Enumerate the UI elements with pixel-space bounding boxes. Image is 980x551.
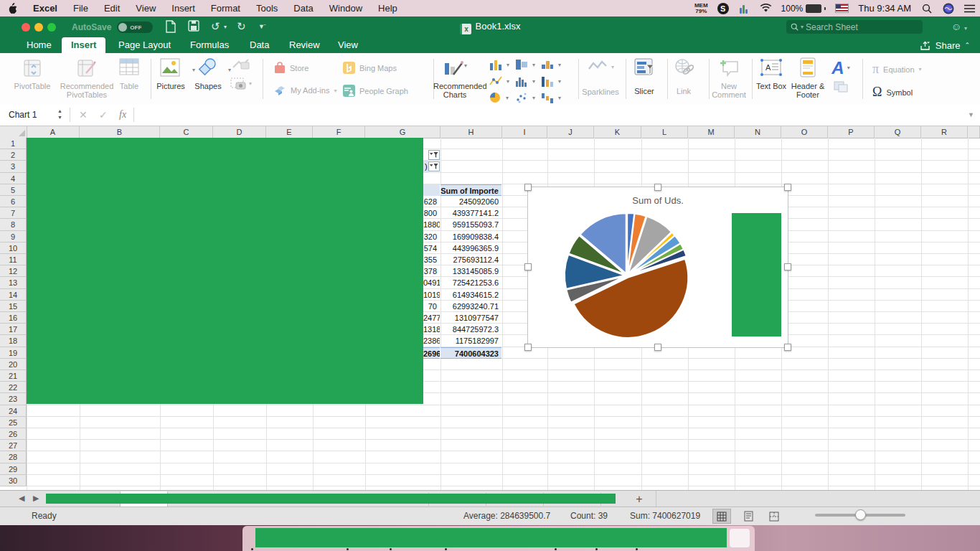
insert-histogram-chart-button[interactable]: ▾ [515, 75, 535, 87]
column-header-A[interactable]: A [27, 126, 80, 138]
tab-view[interactable]: View [329, 37, 367, 53]
row-header-8[interactable]: 8 [0, 219, 27, 230]
smartart-button[interactable]: ▾ [228, 57, 254, 92]
row-header-10[interactable]: 10 [0, 242, 27, 254]
insert-combo-chart-button[interactable]: ▾ [541, 75, 561, 87]
siri-icon[interactable] [942, 2, 954, 14]
pivot-filter-button[interactable] [428, 150, 440, 160]
chart-title[interactable]: Sum of Uds. [528, 195, 788, 206]
insert-waterfall-chart-button[interactable]: ▾ [541, 92, 561, 103]
row-header-12[interactable]: 12 [0, 265, 27, 277]
row-header-6[interactable]: 6 [0, 196, 27, 207]
row-header-21[interactable]: 21 [0, 370, 27, 382]
row-header-11[interactable]: 11 [0, 254, 27, 265]
row-header-22[interactable]: 22 [0, 382, 27, 393]
row-header-5[interactable]: 5 [0, 184, 27, 196]
pivot-row-label[interactable]: 0491 [423, 277, 440, 288]
istat-icon[interactable] [738, 2, 750, 14]
column-header-P[interactable]: P [828, 126, 875, 138]
pivot-row-label[interactable]: 2477 [423, 312, 440, 324]
pivot-row-label[interactable]: 1318 [423, 324, 440, 335]
feedback-smiley-icon[interactable]: ☺ ▾ [951, 21, 967, 32]
row-header-16[interactable]: 16 [0, 312, 27, 324]
formula-input[interactable] [136, 105, 966, 125]
insert-pie-chart-button[interactable]: ▾ [489, 92, 509, 103]
insert-line-chart-button[interactable]: ▾ [489, 75, 509, 87]
row-header-7[interactable]: 7 [0, 207, 27, 219]
pivot-row-label[interactable]: 574 [423, 242, 440, 254]
selection-handle[interactable] [784, 263, 791, 270]
column-header-F[interactable]: F [313, 126, 365, 138]
select-all-corner[interactable] [0, 126, 27, 138]
symbol-button[interactable]: Ω Symbol [872, 85, 913, 100]
page-layout-view-button[interactable] [739, 509, 758, 524]
row-header-20[interactable]: 20 [0, 359, 27, 370]
insert-function-button[interactable]: fx [119, 105, 126, 125]
menu-item-data[interactable]: Data [286, 3, 321, 14]
next-sheet-arrow[interactable]: ▶ [33, 494, 39, 503]
pivot-value[interactable]: 133145085.9 [440, 265, 501, 277]
search-scope-dropdown-icon[interactable]: ▾ [801, 24, 804, 30]
column-header-I[interactable]: I [502, 126, 547, 138]
pivot-header-sum-of-importe[interactable]: Sum of Importe [440, 184, 501, 196]
apple-menu-icon[interactable] [0, 3, 25, 14]
pivot-total-value[interactable]: 7400604323 [440, 347, 501, 359]
add-sheet-button[interactable]: + [630, 491, 649, 507]
name-box-stepper[interactable]: ▲▼ [57, 108, 62, 121]
column-header-G[interactable]: G [365, 126, 440, 138]
row-header-24[interactable]: 24 [0, 405, 27, 417]
pivot-value[interactable]: 169909838.4 [440, 231, 501, 242]
row-header-4[interactable]: 4 [0, 173, 27, 184]
pivot-value[interactable]: 959155093.7 [440, 219, 501, 230]
row-header-30[interactable]: 30 [0, 475, 27, 486]
row-header-3[interactable]: 3 [0, 161, 27, 172]
zoom-slider-thumb[interactable] [855, 509, 866, 520]
tab-page-layout[interactable]: Page Layout [109, 37, 180, 53]
row-header-17[interactable]: 17 [0, 324, 27, 335]
selection-handle[interactable] [784, 344, 791, 351]
green-rectangle-shape-tabs[interactable] [46, 494, 616, 504]
menu-item-excel[interactable]: Excel [25, 3, 65, 14]
column-header-B[interactable]: B [80, 126, 160, 138]
row-header-14[interactable]: 14 [0, 289, 27, 301]
pivot-value[interactable]: 275693112.4 [440, 254, 501, 265]
spotlight-search-icon[interactable] [920, 2, 933, 14]
screenshot-icon[interactable]: ▾ [228, 76, 254, 92]
pivot-filter-button[interactable] [428, 161, 440, 171]
menu-item-tools[interactable]: Tools [248, 3, 286, 14]
pictures-button[interactable]: Pictures ▾ [152, 57, 189, 90]
selection-handle[interactable] [654, 184, 661, 191]
menu-item-view[interactable]: View [128, 3, 164, 14]
object-icon[interactable] [826, 79, 855, 95]
green-rectangle-shape-on-chart[interactable] [732, 213, 781, 336]
tab-home[interactable]: Home [17, 37, 61, 53]
column-header-R[interactable]: R [921, 126, 968, 138]
menu-item-format[interactable]: Format [203, 3, 248, 14]
row-header-9[interactable]: 9 [0, 231, 27, 242]
row-header-1[interactable]: 1 [0, 138, 27, 149]
green-rectangle-shape-dock[interactable] [255, 528, 727, 547]
equation-dropdown-icon[interactable]: ▾ [919, 66, 922, 72]
row-header-25[interactable]: 25 [0, 417, 27, 428]
chart-object[interactable]: Sum of Uds. [527, 187, 788, 348]
column-header-K[interactable]: K [594, 126, 641, 138]
pivot-row-label[interactable]: 1019 [423, 289, 440, 301]
pivot-row-label[interactable]: 628 [423, 196, 440, 207]
selection-handle[interactable] [524, 344, 532, 351]
equation-button[interactable]: π Equation ▾ [872, 62, 922, 77]
pivot-value[interactable]: 844725972.3 [440, 324, 501, 335]
tab-data[interactable]: Data [240, 37, 278, 53]
normal-view-button[interactable] [712, 509, 731, 524]
table-button[interactable]: Table [113, 57, 145, 90]
selection-handle[interactable] [524, 184, 532, 191]
new-comment-button[interactable]: New Comment [709, 57, 749, 99]
search-sheet-input[interactable]: ▾ Search Sheet [786, 20, 923, 34]
prev-sheet-arrow[interactable]: ◀ [19, 494, 24, 503]
insert-column-chart-button[interactable]: ▾ [489, 59, 509, 70]
name-box[interactable]: Chart 1 [0, 105, 63, 125]
column-header-C[interactable]: C [160, 126, 213, 138]
recommended-charts-dropdown-icon[interactable]: ▾ [464, 62, 467, 70]
tab-insert[interactable]: Insert [62, 37, 105, 53]
green-rectangle-shape[interactable] [27, 138, 423, 404]
row-header-15[interactable]: 15 [0, 301, 27, 312]
